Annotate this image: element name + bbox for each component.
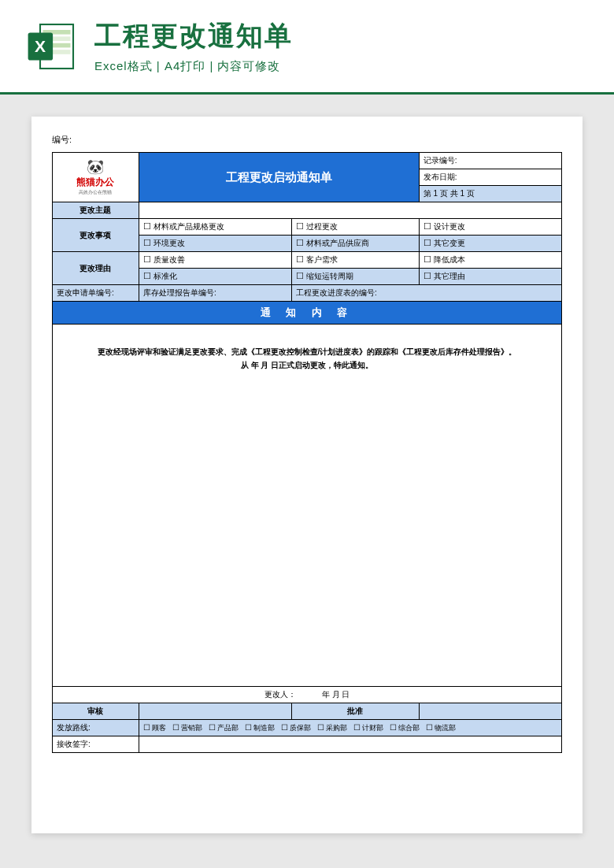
excel-icon: X [24, 19, 79, 74]
department-list: 顾客营销部产品部制造部质保部采购部计财部综合部物流部 [139, 720, 561, 736]
document-page: 编号: 🐼 熊猫办公 高效办公在熊猫 工程更改启动通知单 记录编号: 发布日期:… [31, 117, 583, 833]
chk-reason-6[interactable]: 其它理由 [419, 269, 561, 285]
items-label: 更改事项 [80, 231, 111, 239]
audit-input[interactable] [139, 703, 291, 720]
reason-label: 更改理由 [80, 264, 111, 273]
chk-item-2[interactable]: 过程更改 [292, 219, 420, 236]
approve-input[interactable] [419, 703, 561, 720]
chk-item-5[interactable]: 材料或产品供应商 [292, 236, 420, 252]
chk-reason-2[interactable]: 客户需求 [292, 252, 420, 269]
approve-label: 批准 [347, 707, 363, 715]
header-subtitle: Excel格式 | A4打印 | 内容可修改 [94, 59, 590, 74]
form-title: 工程更改启动通知单 [226, 170, 332, 184]
stock-report-label: 库存处理报告单编号: [143, 288, 216, 297]
audit-label: 审核 [87, 707, 103, 715]
chk-reason-5[interactable]: 缩短运转周期 [292, 269, 420, 285]
chk-item-1[interactable]: 材料或产品规格更改 [139, 219, 291, 236]
doc-number-label: 编号: [52, 134, 562, 146]
logo-slogan: 高效办公在熊猫 [57, 189, 135, 196]
issue-date-label: 发布日期: [424, 172, 457, 181]
subject-label: 更改主题 [80, 206, 111, 214]
logo-brand: 熊猫办公 [57, 176, 135, 189]
template-header: X 工程更改通知单 Excel格式 | A4打印 | 内容可修改 [0, 0, 614, 95]
chk-item-4[interactable]: 环境更改 [139, 236, 291, 252]
page-info: 第 1 页 共 1 页 [424, 189, 475, 198]
chk-item-3[interactable]: 设计更改 [419, 219, 561, 236]
changer-label: 更改人： [264, 690, 296, 699]
receive-label: 接收签字: [57, 740, 91, 748]
progress-label: 工程更改进度表的编号: [296, 288, 377, 297]
panda-icon: 🐼 [57, 158, 135, 176]
form-table: 🐼 熊猫办公 高效办公在熊猫 工程更改启动通知单 记录编号: 发布日期: 第 1… [52, 152, 562, 753]
record-no-label: 记录编号: [424, 156, 457, 165]
chk-item-6[interactable]: 其它变更 [419, 236, 561, 252]
chk-reason-1[interactable]: 质量改善 [139, 252, 291, 269]
header-title: 工程更改通知单 [94, 18, 590, 54]
notice-content: 更改经现场评审和验证满足更改要求、完成《工程更改控制检查/计划进度表》的跟踪和《… [53, 325, 562, 687]
chk-reason-3[interactable]: 降低成本 [419, 252, 561, 269]
svg-text:X: X [35, 37, 46, 55]
chk-reason-4[interactable]: 标准化 [139, 269, 291, 285]
route-label: 发放路线: [57, 723, 91, 732]
subject-input[interactable] [139, 202, 561, 219]
notice-header: 通 知 内 容 [261, 306, 354, 318]
date-template: 年 月 日 [322, 690, 350, 699]
apply-no-label: 更改申请单编号: [57, 288, 114, 297]
receive-input[interactable] [139, 736, 561, 753]
